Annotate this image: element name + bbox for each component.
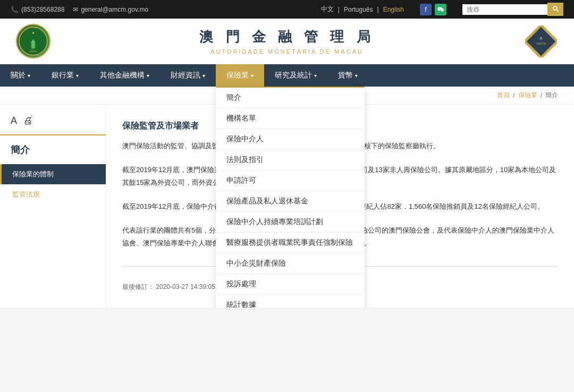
phone-icon: 📞 bbox=[11, 6, 19, 13]
print-icon[interactable]: 🖨 bbox=[23, 115, 33, 126]
lang-en[interactable]: English bbox=[383, 6, 404, 13]
macau-logo: MACAO bbox=[16, 24, 50, 58]
dropdown-item-stats[interactable]: 統計數據 bbox=[216, 295, 365, 308]
sidebar-tools: A 🖨 bbox=[0, 115, 106, 135]
chevron-down-icon: ▾ bbox=[251, 73, 254, 79]
email-info: ✉ general@amcm.gov.mo bbox=[73, 6, 148, 13]
dropdown-item-intro[interactable]: 簡介 bbox=[216, 88, 365, 108]
chevron-down-icon: ▾ bbox=[355, 73, 358, 79]
chevron-down-icon: ▾ bbox=[147, 73, 149, 79]
dropdown-item-org-list[interactable]: 機構名單 bbox=[216, 108, 365, 129]
dropdown-item-intermediaries[interactable]: 保險中介人 bbox=[216, 129, 365, 150]
dropdown-item-laws[interactable]: 法則及指引 bbox=[216, 150, 365, 171]
nav-banking[interactable]: 銀行業 ▾ bbox=[41, 64, 89, 87]
svg-text:AMCM: AMCM bbox=[536, 42, 545, 45]
svg-point-4 bbox=[32, 39, 35, 49]
wechat-icon[interactable] bbox=[435, 4, 446, 15]
top-bar: 📞 (853)28568288 ✉ general@amcm.gov.mo 中文… bbox=[0, 0, 574, 19]
last-modified-label: 最後修訂： bbox=[122, 283, 154, 291]
chevron-down-icon: ▾ bbox=[202, 73, 205, 79]
phone-info: 📞 (853)28568288 bbox=[11, 6, 64, 13]
breadcrumb-sep2: / bbox=[541, 92, 542, 99]
social-links: f bbox=[420, 4, 446, 15]
nav-financial-info[interactable]: 財經資訊 ▾ bbox=[160, 64, 216, 87]
svg-text:MACAO: MACAO bbox=[29, 50, 37, 53]
site-title-en: AUTORIDADE MONETÁRIA DE MACAU bbox=[199, 48, 374, 55]
dropdown-item-complaints[interactable]: 投訴處理 bbox=[216, 274, 365, 295]
search-button[interactable] bbox=[547, 3, 563, 16]
nav-about[interactable]: 關於 ▾ bbox=[0, 64, 41, 87]
chevron-down-icon: ▾ bbox=[314, 73, 317, 79]
nav-insurance[interactable]: 保險業 ▾ 簡介 機構名單 保險中介人 法則及指引 申請許可 保險產品及私人退休… bbox=[216, 64, 264, 87]
dropdown-item-apply[interactable]: 申請許可 bbox=[216, 171, 365, 191]
sidebar-title: 簡介 bbox=[0, 135, 106, 164]
main-nav: 關於 ▾ 銀行業 ▾ 其他金融機構 ▾ 財經資訊 ▾ 保險業 ▾ 簡介 機構名單… bbox=[0, 64, 574, 87]
site-title-cn: 澳 門 金 融 管 理 局 bbox=[199, 28, 374, 46]
contact-info: 📞 (853)28568288 ✉ general@amcm.gov.mo bbox=[11, 6, 310, 13]
svg-rect-8 bbox=[526, 27, 555, 55]
nav-currency[interactable]: 貨幣 ▾ bbox=[327, 64, 368, 87]
facebook-icon[interactable]: f bbox=[420, 4, 432, 15]
dropdown-item-products[interactable]: 保險產品及私人退休基金 bbox=[216, 191, 365, 212]
nav-other-financial[interactable]: 其他金融機構 ▾ bbox=[89, 64, 160, 87]
site-title: 澳 門 金 融 管 理 局 AUTORIDADE MONETÁRIA DE MA… bbox=[199, 28, 374, 55]
amcm-logo: A AMCM bbox=[524, 24, 558, 58]
insurance-dropdown: 簡介 機構名單 保險中介人 法則及指引 申請許可 保險產品及私人退休基金 保險中… bbox=[216, 87, 365, 308]
svg-text:A: A bbox=[539, 36, 542, 41]
sidebar: A 🖨 簡介 保險業的體制 監管法規 bbox=[0, 105, 106, 308]
sidebar-item-structure[interactable]: 保險業的體制 bbox=[0, 164, 106, 184]
breadcrumb-current: 簡介 bbox=[545, 91, 558, 100]
search-form bbox=[462, 3, 563, 16]
email-address: general@amcm.gov.mo bbox=[81, 6, 148, 13]
language-switcher: 中文 | Português | English bbox=[321, 5, 404, 14]
nav-research[interactable]: 研究及統計 ▾ bbox=[264, 64, 327, 87]
lang-cn[interactable]: 中文 bbox=[321, 5, 334, 14]
breadcrumb-sep1: / bbox=[513, 92, 514, 99]
site-header: MACAO 澳 門 金 融 管 理 局 AUTORIDADE MONETÁRIA… bbox=[0, 19, 574, 64]
breadcrumb-home[interactable]: 首頁 bbox=[497, 91, 510, 100]
email-icon: ✉ bbox=[73, 6, 78, 13]
search-input[interactable] bbox=[462, 4, 547, 15]
font-size-icon[interactable]: A bbox=[11, 115, 17, 126]
chevron-down-icon: ▾ bbox=[28, 73, 30, 79]
sidebar-item-regulations[interactable]: 監管法規 bbox=[0, 184, 106, 204]
dropdown-item-sme[interactable]: 中小企災財產保險 bbox=[216, 253, 365, 274]
dropdown-item-training[interactable]: 保險中介人持續專業培訓計劃 bbox=[216, 212, 365, 233]
dropdown-item-medical[interactable]: 醫療服務提供者職業民事責任強制保險 bbox=[216, 233, 365, 253]
lang-pt[interactable]: Português bbox=[344, 6, 373, 13]
last-modified-date: 2020-03-27 14:39:05 bbox=[156, 283, 215, 291]
breadcrumb-section[interactable]: 保險業 bbox=[518, 91, 537, 100]
chevron-down-icon: ▾ bbox=[76, 73, 79, 79]
phone-number: (853)28568288 bbox=[21, 6, 64, 13]
